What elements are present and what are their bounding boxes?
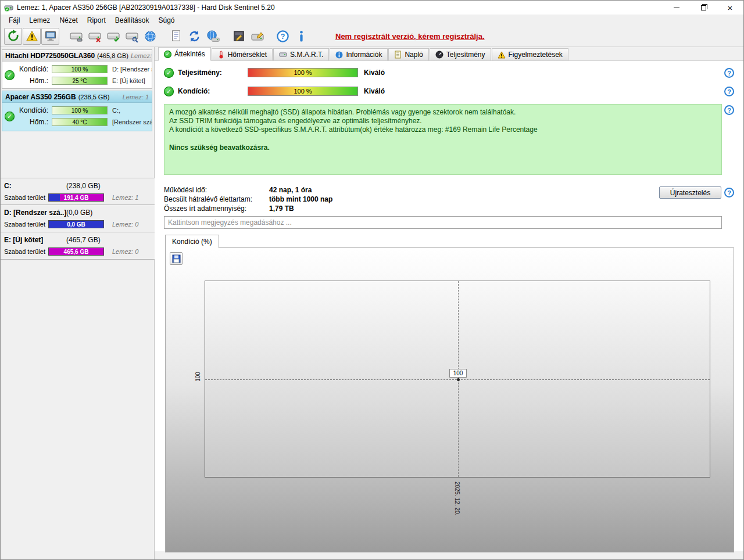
performance-help-icon[interactable] <box>724 68 734 78</box>
partition-name: C: <box>4 182 66 190</box>
disk-test-button[interactable] <box>104 28 122 45</box>
performance-ok-icon <box>164 68 174 78</box>
tab-label: Információk <box>346 51 382 59</box>
free-space-bar: 465,6 GB <box>48 247 104 256</box>
retest-help-icon[interactable] <box>724 188 734 198</box>
disk-size: (238,5 GB) <box>78 94 110 100</box>
toolbar-separator <box>160 26 167 46</box>
disk-partitions: C:, <box>112 107 120 114</box>
tab-informaciok[interactable]: Információk <box>330 48 388 60</box>
disk-header: Apacer AS350 256GB (238,5 GB) Lemez: 1 <box>2 91 152 103</box>
close-icon: × <box>728 3 733 12</box>
disk-detect-icon <box>69 29 83 43</box>
chart-tab-kondicio[interactable]: Kondíció (%) <box>165 235 219 248</box>
toolbar-separator <box>60 26 67 46</box>
disk-test-icon <box>106 29 120 43</box>
condition-help-icon[interactable] <box>724 87 734 96</box>
tab-label: S.M.A.R.T. <box>290 51 323 59</box>
free-space-label: Szabad terület <box>4 194 48 201</box>
partition-name: D: [Rendszer szá..] <box>4 209 66 217</box>
monitor-button[interactable] <box>41 28 59 45</box>
disk-search-button[interactable] <box>123 28 141 45</box>
settings-button[interactable] <box>230 28 248 45</box>
unregistered-notice-link[interactable]: Nem regisztrált verzió, kérem regisztrál… <box>335 32 485 41</box>
free-space-value: 465,6 GB <box>64 249 89 255</box>
status-line: A kondíciót a következő SSD-specifikus S… <box>169 125 717 134</box>
scheduled-warning-button[interactable] <box>23 28 41 45</box>
partition-item-c[interactable]: C: (238,0 GB) Szabad terület 191,4 GB Le… <box>1 178 155 205</box>
disk-remove-button[interactable] <box>85 28 103 45</box>
tab-homerseklet[interactable]: Hőmérséklet <box>212 48 273 60</box>
menu-sugo[interactable]: Súgó <box>153 15 179 26</box>
condition-value: 100 % <box>71 66 88 73</box>
performance-gauge-icon <box>435 51 443 59</box>
disk-edit-button[interactable] <box>248 28 266 45</box>
used-space-segment <box>49 194 60 201</box>
temperature-label: Hőm.: <box>16 77 48 85</box>
refresh-report-button[interactable] <box>185 28 203 45</box>
menu-beallitasok[interactable]: Beállítások <box>110 15 154 26</box>
restore-button[interactable] <box>690 1 717 15</box>
refresh-button[interactable] <box>4 28 22 45</box>
overview-ok-icon <box>164 51 171 58</box>
disk-detect-button[interactable] <box>67 28 85 45</box>
log-document-icon <box>394 51 402 59</box>
info-button[interactable] <box>292 28 310 45</box>
report-icon <box>170 30 183 42</box>
disk-name: Hitachi HDP725050GLA360 <box>5 52 95 60</box>
network-button[interactable] <box>141 28 159 45</box>
partition-size: (0,0 GB) <box>66 209 92 217</box>
free-space-bar: 191,4 GB <box>48 193 104 202</box>
close-button[interactable]: × <box>717 1 743 15</box>
main-panel: Áttekintés Hőmérséklet S.M.A.R.T. <box>155 47 743 559</box>
disk-item-apacer-selected[interactable]: Apacer AS350 256GB (238,5 GB) Lemez: 1 K… <box>2 91 152 131</box>
minimize-button[interactable] <box>663 1 690 15</box>
partition-item-d[interactable]: D: [Rendszer szá..] (0,0 GB) Szabad terü… <box>1 205 155 232</box>
disk-edit-icon <box>251 29 264 43</box>
temperature-bar: 40 °C <box>52 118 108 126</box>
globe-disk-icon <box>206 30 220 43</box>
free-space-label: Szabad terület <box>4 248 48 255</box>
tab-smart[interactable]: S.M.A.R.T. <box>273 48 329 60</box>
condition-row: Kondíció: 100 % Kiváló <box>164 86 385 96</box>
disk-name: Apacer AS350 256GB <box>5 93 76 101</box>
info-icon <box>335 51 343 59</box>
status-help-icon[interactable] <box>724 105 734 115</box>
menu-nezet[interactable]: Nézet <box>55 15 82 26</box>
tab-attekintes[interactable]: Áttekintés <box>158 47 211 61</box>
free-space-value: 0,0 GB <box>67 221 85 228</box>
window-title: Lemez: 1, Apacer AS350 256GB [AB20230919… <box>17 3 275 12</box>
tab-figyelmeztetesek[interactable]: Figyelmeztetések <box>492 48 568 60</box>
save-chart-button[interactable] <box>170 252 183 265</box>
tab-label: Teljesítmény <box>446 51 485 59</box>
menu-riport[interactable]: Riport <box>83 15 110 26</box>
status-summary: A mozgó alkatrész nélküli meghajtó (SSD)… <box>164 104 722 175</box>
comment-input[interactable] <box>164 216 722 229</box>
report-button[interactable] <box>167 28 185 45</box>
app-window: Lemez: 1, Apacer AS350 256GB [AB20230919… <box>0 0 744 560</box>
disk-item-hitachi[interactable]: Hitachi HDP725050GLA360 (465,8 GB) Lemez… <box>2 49 152 89</box>
status-ok-icon <box>5 70 15 80</box>
help-button[interactable]: ? <box>274 28 292 45</box>
performance-label: Teljesítmény: <box>178 69 248 77</box>
performance-value: 100 % <box>294 69 312 76</box>
tab-teljesitmeny[interactable]: Teljesítmény <box>430 48 491 60</box>
partition-disk-ref: Lemez: 0 <box>112 221 138 228</box>
status-line: Az SSD TRIM funkciója támogatva és enged… <box>169 117 717 125</box>
condition-ok-icon <box>164 87 174 96</box>
retest-button[interactable]: Újratesztelés <box>659 186 721 199</box>
sync-icon <box>188 30 201 43</box>
warning-clock-icon <box>26 30 38 42</box>
partition-item-e[interactable]: E: [Új kötet] (465,7 GB) Szabad terület … <box>1 232 155 260</box>
menu-lemez[interactable]: Lemez <box>24 15 55 26</box>
partition-size: (465,7 GB) <box>66 236 101 244</box>
condition-bar: 100 % <box>52 106 108 114</box>
online-status-button[interactable] <box>204 28 222 45</box>
disk-search-icon <box>125 29 139 43</box>
disk-partitions: E: [Új kötet] <box>112 77 145 84</box>
menu-fajl[interactable]: Fájl <box>4 15 24 26</box>
stat-value: 42 nap, 1 óra <box>269 186 312 194</box>
save-icon <box>172 254 181 263</box>
condition-bar: 100 % <box>248 87 358 96</box>
tab-naplo[interactable]: Napló <box>388 48 428 60</box>
